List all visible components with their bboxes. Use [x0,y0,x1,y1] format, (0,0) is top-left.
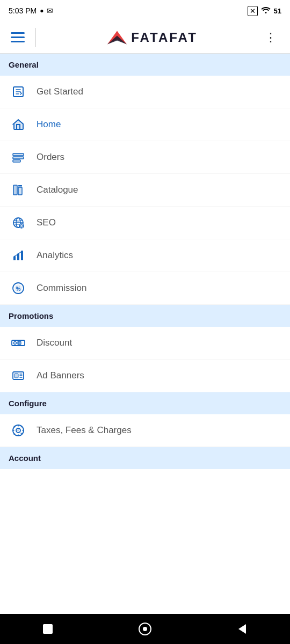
nav-label-seo: SEO [37,217,56,228]
nav-label-commission: Commission [37,283,87,294]
mail-icon: ✉ [47,6,53,15]
nav-label-catalogue: Catalogue [37,185,78,195]
orders-icon [11,150,26,165]
svg-point-40 [143,627,147,631]
nav-item-catalogue[interactable]: Catalogue [0,174,290,207]
svg-point-21 [14,256,16,258]
taxes-icon [11,423,26,438]
home-icon [11,117,26,132]
content-area [0,469,290,619]
back-button[interactable] [236,623,248,635]
seo-icon [11,215,26,230]
nav-item-analytics[interactable]: Analytics [0,239,290,272]
svg-rect-3 [13,153,24,156]
section-header-general: General [0,54,290,76]
signal-x-icon: ✕ [248,6,258,16]
nav-label-analytics: Analytics [37,250,73,261]
bottom-navigation [0,614,290,644]
logo-text: FATAFAT [131,30,198,45]
nav-item-commission[interactable]: % Commission [0,272,290,305]
svg-rect-4 [13,157,24,159]
status-right: ✕ 51 [248,6,281,16]
nav-item-orders[interactable]: Orders [0,141,290,174]
svg-rect-20 [21,251,23,260]
svg-point-23 [21,251,23,252]
svg-rect-7 [18,187,22,195]
header-divider [35,28,36,47]
status-bar: 5:03 PM ● ✉ ✕ 51 [0,0,290,21]
svg-point-28 [14,342,17,345]
logo-icon [107,30,127,45]
nav-item-get-started[interactable]: Get Started [0,76,290,108]
more-button[interactable]: ⋮ [260,32,281,43]
svg-marker-41 [238,624,246,634]
status-left: 5:03 PM ● ✉ [9,6,53,15]
home-circle-button[interactable] [138,622,152,636]
section-header-promotions: Promotions [0,305,290,327]
navigation-menu: General Get Started Home [0,54,290,469]
battery-display: 51 [274,7,281,15]
time-display: 5:03 PM [9,6,37,15]
analytics-icon [11,248,26,263]
svg-point-22 [18,253,19,255]
section-header-account: Account [0,447,290,469]
svg-rect-6 [13,185,17,195]
nav-label-discount: Discount [37,338,72,348]
dot-icon: ● [40,7,44,14]
nav-item-discount[interactable]: Discount [0,327,290,360]
nav-label-home: Home [37,119,61,130]
edit-icon [11,84,26,99]
svg-rect-31 [15,374,18,378]
nav-item-seo[interactable]: SEO [0,207,290,239]
nav-label-taxes: Taxes, Fees & Charges [37,425,132,436]
square-button[interactable] [42,623,54,635]
header: FATAFAT ⋮ [0,21,290,54]
svg-rect-5 [13,160,20,162]
discount-icon [11,335,26,350]
commission-icon: % [11,281,26,296]
nav-label-ad-banners: Ad Banners [37,370,84,381]
catalogue-icon [11,182,26,197]
svg-rect-8 [18,185,22,187]
nav-label-orders: Orders [37,152,64,163]
logo-container: FATAFAT [45,30,260,45]
svg-marker-1 [107,35,127,44]
svg-rect-38 [43,624,53,634]
svg-point-37 [17,429,19,431]
logo: FATAFAT [107,30,198,45]
nav-item-taxes[interactable]: Taxes, Fees & Charges [0,414,290,447]
hamburger-button[interactable] [9,30,27,45]
nav-item-ad-banners[interactable]: Ad Banners [0,360,290,392]
section-header-configure: Configure [0,392,290,414]
wifi-icon [261,6,271,16]
svg-text:%: % [16,286,21,292]
ad-banners-icon [11,368,26,383]
nav-label-get-started: Get Started [37,86,83,97]
nav-item-home[interactable]: Home [0,108,290,141]
